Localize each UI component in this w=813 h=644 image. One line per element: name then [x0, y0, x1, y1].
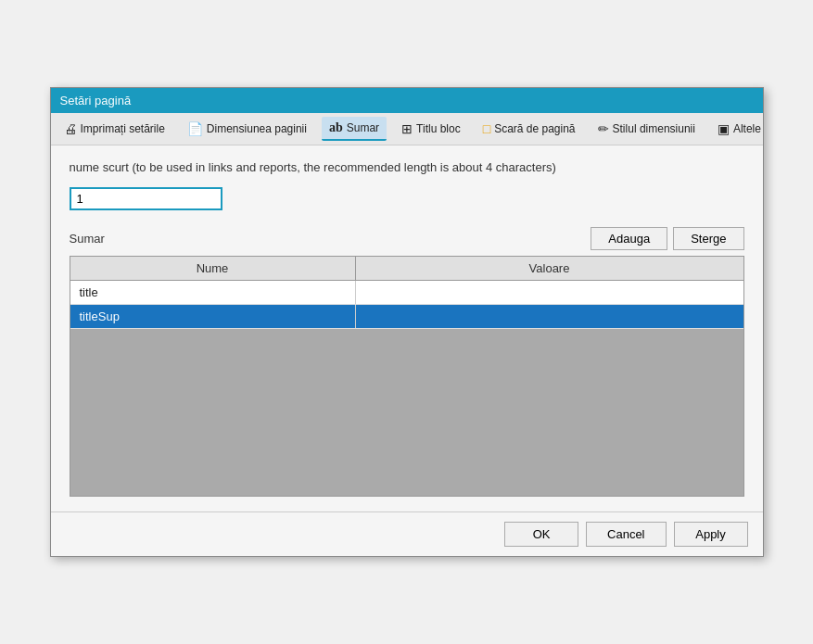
- description-label: nume scurt (to be used in links and repo…: [70, 160, 744, 174]
- toolbar-item-scale[interactable]: Scară de pagină: [476, 118, 583, 140]
- table-row[interactable]: title: [70, 281, 743, 305]
- summary-buttons: Adauga Sterge: [591, 227, 743, 250]
- page-size-icon: [187, 121, 203, 136]
- toolbar-item-title-block[interactable]: Titlu bloc: [394, 118, 468, 140]
- add-button[interactable]: Adauga: [591, 227, 667, 250]
- toolbar-label-page-size: Dimensiunea paginii: [207, 122, 307, 135]
- table-cell-value-0: [356, 281, 743, 304]
- toolbar-label-title-block: Titlu bloc: [416, 122, 461, 135]
- title-bar: Setări pagină: [51, 88, 763, 113]
- cancel-button[interactable]: Cancel: [586, 522, 666, 547]
- content-area: nume scurt (to be used in links and repo…: [51, 145, 763, 511]
- toolbar-item-print[interactable]: Imprimați setările: [57, 118, 172, 140]
- ok-button[interactable]: OK: [504, 522, 578, 547]
- toolbar-label-other: Altele: [733, 122, 761, 135]
- toolbar-item-summary[interactable]: ab Sumar: [322, 117, 387, 141]
- scale-icon: [483, 121, 490, 136]
- ab-icon: ab: [329, 120, 343, 135]
- table-header: Nume Valoare: [70, 257, 743, 281]
- dialog-title: Setări pagină: [60, 94, 132, 107]
- toolbar-label-style: Stilul dimensiunii: [613, 122, 695, 135]
- table-empty-area: [70, 329, 743, 496]
- toolbar-label-summary: Sumar: [347, 121, 379, 134]
- style-icon: [598, 121, 609, 136]
- table-cell-name-1: titleSup: [70, 305, 356, 328]
- table-cell-value-1: [356, 305, 743, 328]
- toolbar-label-scale: Scară de pagină: [494, 122, 575, 135]
- print-icon: [64, 121, 77, 136]
- footer: OK Cancel Apply: [51, 511, 763, 556]
- table-row[interactable]: titleSup: [70, 305, 743, 329]
- summary-table: Nume Valoare title titleSup: [70, 256, 744, 497]
- apply-button[interactable]: Apply: [674, 522, 748, 547]
- title-icon: [401, 121, 413, 136]
- summary-label: Sumar: [70, 232, 105, 246]
- toolbar-item-other[interactable]: Altele: [710, 118, 769, 140]
- summary-section: Sumar Adauga Sterge Nume Valoare title t…: [70, 227, 744, 497]
- toolbar-label-print: Imprimați setările: [81, 122, 165, 135]
- table-cell-name-0: title: [70, 281, 356, 304]
- toolbar: Imprimați setările Dimensiunea paginii a…: [51, 113, 763, 145]
- summary-header: Sumar Adauga Sterge: [70, 227, 744, 250]
- delete-button[interactable]: Sterge: [673, 227, 743, 250]
- table-column-name: Nume: [70, 257, 356, 280]
- table-column-value: Valoare: [356, 257, 743, 280]
- short-name-input[interactable]: [70, 187, 222, 210]
- main-dialog: Setări pagină Imprimați setările Dimensi…: [50, 87, 764, 557]
- toolbar-item-style[interactable]: Stilul dimensiunii: [591, 118, 703, 140]
- other-icon: [718, 121, 730, 136]
- toolbar-item-page-size[interactable]: Dimensiunea paginii: [180, 118, 314, 140]
